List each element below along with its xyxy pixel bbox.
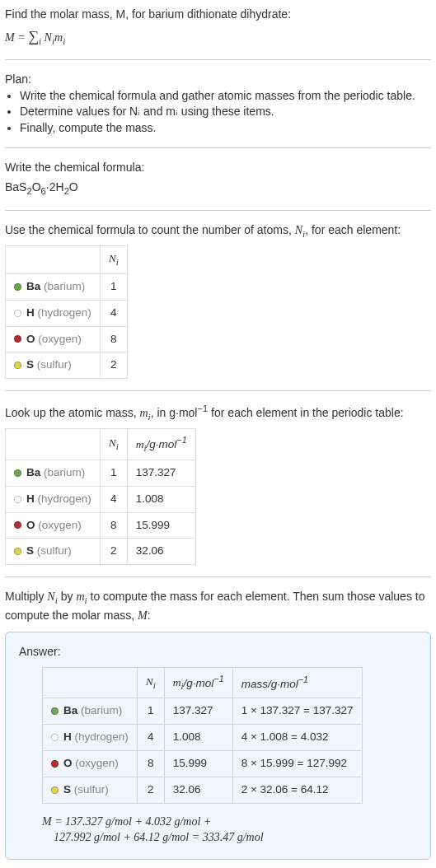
count-header: Use the chemical formula to count the nu… — [5, 222, 431, 240]
table-row: O (oxygen)815.999 — [6, 512, 196, 539]
dot-icon — [14, 335, 21, 343]
intro-block: Find the molar mass, M, for barium dithi… — [5, 7, 431, 48]
col-mi: mi/g·mol−1 — [127, 429, 195, 460]
divider — [5, 390, 431, 391]
table-row: S (sulfur)232.06 — [6, 539, 196, 565]
col-ni: Ni — [100, 429, 127, 460]
dot-icon — [14, 283, 21, 291]
divider — [5, 59, 431, 60]
table-row: H (hydrogen)41.008 — [6, 486, 196, 512]
plan-item: Determine values for Nᵢ and mᵢ using the… — [20, 104, 431, 120]
table-row: O (oxygen)8 — [6, 326, 128, 352]
table-row: H (hydrogen)41.0084 × 1.008 = 4.032 — [43, 725, 363, 751]
table-row: H (hydrogen)4 — [6, 300, 128, 326]
plan-header: Plan: — [5, 72, 431, 88]
dot-icon — [14, 521, 21, 529]
table-row: S (sulfur)2 — [6, 352, 128, 379]
mass-header: Look up the atomic mass, mi, in g·mol−1 … — [5, 403, 431, 423]
intro-text: Find the molar mass, M, for barium dithi… — [5, 7, 431, 23]
col-ni: Ni — [100, 245, 127, 273]
count-table: Ni Ba (barium)1 H (hydrogen)4 O (oxygen)… — [5, 245, 128, 379]
col-mass: mass/g·mol−1 — [232, 667, 362, 698]
dot-icon — [14, 496, 21, 503]
answer-box: Answer: Ni mi/g·mol−1 mass/g·mol−1 Ba (b… — [5, 632, 431, 860]
dot-icon — [14, 362, 21, 369]
dot-icon — [51, 760, 59, 768]
table-row: Ba (barium)1137.3271 × 137.327 = 137.327 — [43, 698, 363, 725]
dot-icon — [14, 310, 21, 317]
col-element — [6, 245, 101, 273]
mult-header: Multiply Ni by mi to compute the mass fo… — [5, 589, 431, 623]
divider — [5, 210, 431, 211]
dot-icon — [51, 786, 59, 794]
plan-item: Write the chemical formula and gather at… — [20, 88, 431, 105]
plan-item: Finally, compute the mass. — [20, 120, 431, 137]
plan-block: Plan: Write the chemical formula and gat… — [5, 72, 431, 136]
answer-header: Answer: — [19, 644, 417, 660]
mass-table: Ni mi/g·mol−1 Ba (barium)1137.327 H (hyd… — [5, 428, 196, 565]
col-element — [43, 667, 138, 698]
final-equation: M = 137.327 g/mol + 4.032 g/mol + 127.99… — [42, 814, 417, 846]
dot-icon — [51, 707, 59, 715]
col-ni: Ni — [137, 667, 164, 698]
table-row: Ba (barium)1 — [6, 273, 128, 300]
col-element — [6, 429, 101, 460]
answer-table: Ni mi/g·mol−1 mass/g·mol−1 Ba (barium)11… — [42, 667, 363, 804]
divider — [5, 147, 431, 148]
count-block: Use the chemical formula to count the nu… — [5, 222, 431, 380]
table-row: O (oxygen)815.9998 × 15.999 = 127.992 — [43, 751, 363, 777]
table-row: Ba (barium)1137.327 — [6, 460, 196, 486]
dot-icon — [14, 548, 21, 555]
chem-formula-header: Write the chemical formula: — [5, 160, 431, 176]
mass-block: Look up the atomic mass, mi, in g·mol−1 … — [5, 403, 431, 565]
dot-icon — [51, 734, 59, 741]
divider — [5, 576, 431, 577]
dot-icon — [14, 469, 21, 477]
col-mi: mi/g·mol−1 — [164, 667, 232, 698]
intro-formula: M = ∑i Nimi — [5, 26, 431, 48]
chem-formula-block: Write the chemical formula: BaS2O6·2H2O — [5, 160, 431, 198]
table-row: S (sulfur)232.062 × 32.06 = 64.12 — [43, 777, 363, 803]
chem-formula-text: BaS2O6·2H2O — [5, 180, 431, 198]
